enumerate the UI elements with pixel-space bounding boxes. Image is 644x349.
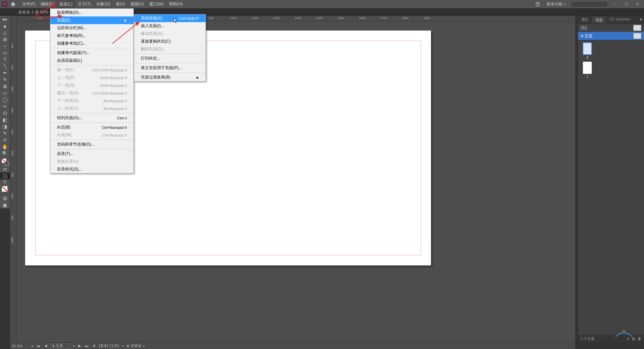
menu-item[interactable]: 创建参考线(C)... xyxy=(50,40,133,47)
home-icon[interactable] xyxy=(10,1,16,7)
workspace-switcher[interactable]: 基本功能 ▾ xyxy=(544,0,568,8)
fill-stroke-swatch[interactable] xyxy=(2,158,9,166)
menu-type[interactable]: 文字(T) xyxy=(75,0,94,8)
tab-properties[interactable]: 属性 xyxy=(578,16,592,23)
menu-view[interactable]: 视图(V) xyxy=(128,0,147,8)
type-tool[interactable]: T xyxy=(0,56,10,63)
menu-item[interactable]: 版面网格(D)... xyxy=(50,9,133,16)
zoom-select[interactable] xyxy=(12,344,29,348)
menu-item[interactable]: 向前(W)Ctrl+Numpad 3 xyxy=(50,131,133,139)
collapse-icon[interactable]: ▸▸ xyxy=(0,16,10,22)
share-icon[interactable] xyxy=(535,1,541,7)
menu-item[interactable]: 页面(E)▶ xyxy=(50,16,133,24)
menu-item[interactable]: 目录样式(S)... xyxy=(50,165,133,173)
document-tab[interactable]: 未命名-1 @ 62% × xyxy=(15,8,56,16)
eyedropper-tool[interactable]: ✐ xyxy=(0,137,10,143)
master-a-row[interactable]: A-主页 xyxy=(578,32,644,40)
search-input[interactable] xyxy=(571,1,608,7)
menu-help[interactable]: 帮助(H) xyxy=(166,0,185,8)
menu-item[interactable]: 目录(T)... xyxy=(50,150,133,158)
line-tool[interactable]: ╲ xyxy=(0,63,10,69)
menu-item[interactable]: 下一页(N)Shift+Numpad 3 xyxy=(50,82,133,89)
submenu-item[interactable]: 添加页面(A)Ctrl+Shift+P xyxy=(134,14,206,22)
menu-item[interactable]: 页码和章节选项(O)... xyxy=(50,141,133,148)
scissors-tool[interactable]: ✂ xyxy=(0,103,10,110)
content-collector-tool[interactable]: ▭ xyxy=(0,49,10,56)
formatting-text-icon[interactable]: T xyxy=(0,179,10,186)
last-page-button[interactable]: ⏭ xyxy=(84,344,89,348)
rectangle-tool[interactable]: ▭ xyxy=(0,90,10,96)
prev-page-button[interactable]: ◀ xyxy=(44,344,48,348)
page-submenu-dropdown: 添加页面(A)Ctrl+Shift+P插入页面(I)...移动页面(A)...直… xyxy=(134,14,206,82)
submenu-item[interactable]: 插入页面(I)... xyxy=(134,22,206,30)
menu-item[interactable]: 更新目录(U) xyxy=(50,158,133,165)
first-page-button[interactable]: ⏮ xyxy=(36,344,41,348)
close-button[interactable]: ✕ xyxy=(633,1,642,7)
menu-edit[interactable]: 编辑(E) xyxy=(38,0,57,8)
menu-item[interactable]: 转到页面(G)...Ctrl+J xyxy=(50,114,133,122)
submenu-item[interactable]: 页面过渡效果(B)▶ xyxy=(134,73,206,81)
menu-window[interactable]: 窗口(W) xyxy=(147,0,166,8)
menu-item[interactable]: 创建替代版面(Y)... xyxy=(50,49,133,57)
submenu-item[interactable]: 移动页面(A)... xyxy=(134,30,206,38)
ruler-tick: 1200 xyxy=(273,16,280,20)
page-thumb[interactable] xyxy=(583,61,592,74)
screen-mode-icon[interactable]: ▣ xyxy=(0,202,10,208)
tab-cc-libraries[interactable]: CC Libraries xyxy=(606,16,633,23)
direct-selection-tool[interactable]: △ xyxy=(0,29,10,36)
hand-tool[interactable]: ✋ xyxy=(0,143,10,150)
gradient-swatch-tool[interactable]: ◧ xyxy=(0,116,10,123)
ellipse-tool[interactable]: ◯ xyxy=(0,96,10,103)
gradient-feather-tool[interactable]: ◨ xyxy=(0,123,10,130)
rectangle-frame-tool[interactable]: ⊠ xyxy=(0,83,10,90)
tab-pages[interactable]: 页面 xyxy=(592,16,606,23)
chevron-down-icon[interactable]: ▾ xyxy=(122,344,124,348)
ruler-tick: 1300 xyxy=(294,16,301,20)
vertical-ruler[interactable]: 100 200 300 400 500 600 700 800 900 1000 xyxy=(10,16,17,342)
zoom-tool[interactable]: 🔍 xyxy=(0,150,10,157)
menu-item[interactable]: 下一跨页(X)Alt+Numpad 3 xyxy=(50,97,133,105)
apply-none-swatch[interactable] xyxy=(2,186,9,193)
submenu-item[interactable]: 删除页面(D)... xyxy=(134,45,206,53)
submenu-item[interactable]: 打印跨页... xyxy=(134,55,206,62)
menu-object[interactable]: 对象(O) xyxy=(94,0,113,8)
master-none-row[interactable]: [无] xyxy=(578,24,644,32)
submenu-item[interactable]: 直接复制跨页(C) xyxy=(134,38,206,45)
menu-item[interactable]: 最后一页(A)Ctrl+Shift+Numpad 3 xyxy=(50,89,133,97)
menu-item[interactable]: 第一页(F)Ctrl+Shift+Numpad 9 xyxy=(50,66,133,74)
open-navigator-icon[interactable]: ⊕ xyxy=(92,344,96,348)
menu-item[interactable]: 向后(B)Ctrl+Numpad 9 xyxy=(50,123,133,131)
menu-file[interactable]: 文件(F) xyxy=(19,0,38,8)
menu-table[interactable]: 表(A) xyxy=(113,0,128,8)
gap-tool[interactable]: ↔ xyxy=(0,43,10,49)
submenu-item[interactable]: 将主页应用于页面(P)... xyxy=(134,64,206,72)
menu-item[interactable]: 上一跨页(V)Alt+Numpad 9 xyxy=(50,105,133,112)
next-page-button[interactable]: ▶ xyxy=(77,344,82,348)
minimize-button[interactable]: ─ xyxy=(610,1,619,7)
chevron-down-icon[interactable]: ▾ xyxy=(73,344,75,348)
delete-page-icon[interactable]: 🗑 xyxy=(638,337,641,341)
page-tool[interactable]: ⊞ xyxy=(0,36,10,43)
selection-tool[interactable]: ▲ xyxy=(0,22,10,29)
menu-item[interactable]: 上一页(P)Shift+Numpad 9 xyxy=(50,74,133,82)
panel-menu-icon[interactable]: ≡ xyxy=(638,16,644,23)
page-select[interactable] xyxy=(50,343,70,349)
pencil-tool[interactable]: ✎ xyxy=(0,76,10,83)
note-tool[interactable]: ✎ xyxy=(0,130,10,137)
ruler-tick: 600 xyxy=(11,151,14,156)
menu-item[interactable]: 自适应版面(L) xyxy=(50,57,133,64)
pen-tool[interactable]: ✒ xyxy=(0,69,10,76)
formatting-container-icon[interactable]: ⬛ xyxy=(0,172,10,179)
master-a-thumb xyxy=(633,33,641,39)
view-mode-icon[interactable]: ⊞ xyxy=(0,195,10,202)
menu-item[interactable]: 标尺参考线(R)... xyxy=(50,32,133,40)
swap-fill-stroke-icon[interactable]: ⇄ xyxy=(0,166,10,172)
free-transform-tool[interactable]: ⊡ xyxy=(0,110,10,116)
menu-item[interactable]: 边距和分栏(M)... xyxy=(50,24,133,32)
page-thumb[interactable] xyxy=(583,42,592,55)
preflight-status[interactable]: 无错误 ▾ xyxy=(126,343,145,348)
chevron-down-icon[interactable]: ▾ xyxy=(32,344,33,348)
ruler-tick: 1400 xyxy=(316,16,323,20)
menu-layout[interactable]: 版面(L) xyxy=(57,0,75,8)
restore-button[interactable]: ❐ xyxy=(622,1,631,7)
